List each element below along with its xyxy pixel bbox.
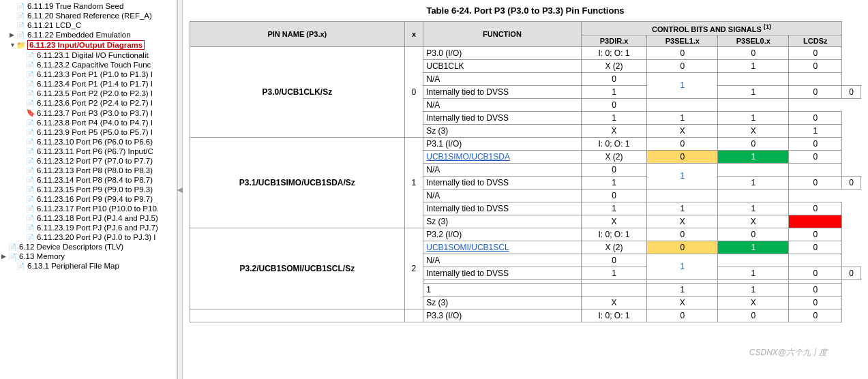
p3dir-cell: 0 [581,98,647,111]
th-p3sel1: P3SEL1.x [647,35,718,46]
item-icon-6.11.23.12: 📄 [26,157,35,165]
p3sel1-cell: 1 [647,72,718,98]
sidebar-item-6.11.23.3[interactable]: 📄6.11.23.3 Port P1 (P1.0 to P1.3) I [0,70,177,79]
p3dir-cell: I: 0; O: 1 [581,46,647,59]
item-icon-6.13: 📄 [8,253,18,260]
sidebar-item-6.13[interactable]: ▶📄6.13 Memory [0,252,177,261]
p3dir-cell: I: 0; O: 1 [581,137,647,150]
p3sel0-cell: X [718,124,789,137]
item-icon-6.11.23.11: 📄 [26,148,35,155]
function-cell: 1 [423,283,581,296]
sidebar-item-6.11.22[interactable]: ▶📄6.11.22 Embedded Emulation [0,30,177,40]
sidebar-item-6.11.23.14[interactable]: 📄6.11.23.14 Port P8 (P8.4 to P8.7) [0,175,177,185]
sidebar-item-6.11.23.7[interactable]: 🔖6.11.23.7 Port P3 (P3.0 to P3.7) I [0,108,177,118]
table-title: Table 6-24. Port P3 (P3.0 to P3.3) Pin F… [190,5,861,16]
item-icon-6.11.23.13: 📄 [26,167,35,175]
sidebar-item-6.11.23.16[interactable]: 📄6.11.23.16 Port P9 (P9.4 to P9.7) [0,194,177,204]
sidebar-item-6.13.1[interactable]: 📄6.13.1 Peripheral File Map [0,261,177,271]
sidebar-item-6.11.23[interactable]: ▼📁6.11.23 Input/Output Diagrams [0,40,177,50]
p3sel0-cell: 1 [718,111,789,124]
function-cell: N/A [423,254,581,267]
table-row: P3.3 (I/O)I: 0; O: 1000 [190,309,861,322]
sidebar-label-6.11.23.17: 6.11.23.17 Port P10 (P10.0 to P10. [37,204,159,213]
sidebar-item-6.11.23.17[interactable]: 📄6.11.23.17 Port P10 (P10.0 to P10. [0,204,177,213]
sidebar-label-6.11.23.4: 6.11.23.4 Port P1 (P1.4 to P1.7) I [37,80,153,88]
sidebar-label-6.11.22: 6.11.22 Embedded Emulation [27,31,131,39]
lcdsz-cell: 0 [789,283,842,296]
p3sel1-cell: 1 [647,111,718,124]
p3sel1-cell: X [647,215,718,228]
sidebar-item-6.11.20[interactable]: 📄6.11.20 Shared Reference (REF_A) [0,11,177,20]
sidebar-item-6.11.23.2[interactable]: 📄6.11.23.2 Capacitive Touch Func [0,60,177,70]
function-cell: Internally tied to DVSS [423,202,581,215]
sidebar-item-6.11.19[interactable]: 📄6.11.19 True Random Seed [0,1,177,11]
resize-handle[interactable]: ◄ [177,0,183,379]
sidebar-item-6.11.23.19[interactable]: 📄6.11.23.19 Port PJ (PJ.6 and PJ.7) [0,223,177,232]
sidebar-label-6.11.23.8: 6.11.23.8 Port P4 (P4.0 to P4.7) I [37,119,153,127]
sidebar-item-6.11.23.18[interactable]: 📄6.11.23.18 Port PJ (PJ.4 and PJ.5) [0,213,177,223]
expand-icon-6.11.22: ▶ [10,31,16,38]
sidebar-item-6.11.23.11[interactable]: 📄6.11.23.11 Port P6 (P6.7) Input/C [0,147,177,156]
sidebar-item-6.12[interactable]: 📄6.12 Device Descriptors (TLV) [0,242,177,252]
p3sel0-cell: 0 [718,137,789,150]
sidebar-item-6.11.23.12[interactable]: 📄6.11.23.12 Port P7 (P7.0 to P7.7) [0,156,177,166]
p3sel0-cell [647,98,718,111]
sidebar-label-6.11.23.14: 6.11.23.14 Port P8 (P8.4 to P8.7) [37,176,153,184]
sidebar-label-6.11.23.18: 6.11.23.18 Port PJ (PJ.4 and PJ.5) [37,214,158,222]
function-cell: Internally tied to DVSS [423,85,581,98]
item-icon-6.11.23.19: 📄 [26,224,35,232]
function-cell: Internally tied to DVSS [423,267,581,279]
th-x: x [404,22,423,47]
sidebar-item-6.11.23.20[interactable]: 📄6.11.23.20 Port PJ (PJ.0 to PJ.3) I [0,232,177,242]
sidebar-label-6.11.23.9: 6.11.23.9 Port P5 (P5.0 to P5.7) I [37,128,153,136]
lcdsz-cell: 0 [842,176,861,189]
p3dir-cell: I: 0; O: 1 [581,228,647,241]
sidebar-item-6.11.23.9[interactable]: 📄6.11.23.9 Port P5 (P5.0 to P5.7) I [0,127,177,137]
p3sel1-cell: 1 [718,267,789,279]
sidebar-item-6.11.23.13[interactable]: 📄6.11.23.13 Port P8 (P8.0 to P8.3) [0,166,177,175]
item-icon-6.11.23.14: 📄 [26,177,35,184]
sidebar-item-6.11.23.4[interactable]: 📄6.11.23.4 Port P1 (P1.4 to P1.7) I [0,79,177,89]
p3dir-cell: X [581,124,647,137]
sidebar-label-6.11.23.1: 6.11.23.1 Digital I/O Functionalit [37,51,149,59]
lcdsz-cell [789,163,842,176]
pin-name-cell [190,309,405,322]
sidebar-label-6.11.23.19: 6.11.23.19 Port PJ (PJ.6 and PJ.7) [37,224,158,232]
function-cell: Sz (3) [423,215,581,228]
sidebar-item-6.11.23.8[interactable]: 📄6.11.23.8 Port P4 (P4.0 to P4.7) I [0,118,177,127]
lcdsz-cell: 0 [789,46,842,59]
sidebar-item-6.11.23.6[interactable]: 📄6.11.23.6 Port P2 (P2.4 to P2.7) I [0,98,177,108]
p3dir-cell: 1 [581,176,647,189]
lcdsz-cell [789,254,842,267]
item-icon-6.12: 📄 [8,243,18,251]
table-row: P3.0/UCB1CLK/Sz0P3.0 (I/O)I: 0; O: 1000 [190,46,861,59]
item-icon-6.11.23.15: 📄 [26,186,35,194]
sidebar-item-6.11.23.15[interactable]: 📄6.11.23.15 Port P9 (P9.0 to P9.3) [0,185,177,194]
pin-name-cell: P3.2/UCB1SOMI/UCB1SCL/Sz [190,228,405,309]
p3dir-cell: X [581,215,647,228]
p3sel1-cell: 1 [647,283,718,296]
sidebar-label-6.11.21: 6.11.21 LCD_C [27,21,81,29]
lcdsz-cell [789,72,842,85]
p3sel0-cell: 0 [789,267,842,279]
lcdsz-cell [718,98,789,111]
sidebar-label-6.11.23.13: 6.11.23.13 Port P8 (P8.0 to P8.3) [37,166,153,175]
p3dir-cell: 1 [581,85,647,98]
sidebar-item-6.11.23.10[interactable]: 📄6.11.23.10 Port P6 (P6.0 to P6.6) [0,137,177,147]
sidebar-item-6.11.21[interactable]: 📄6.11.21 LCD_C [0,20,177,30]
sidebar-item-6.11.23.1[interactable]: 📄6.11.23.1 Digital I/O Functionalit [0,50,177,60]
item-icon-6.11.23.6: 📄 [26,100,35,107]
function-cell: N/A [423,189,581,202]
function-cell: UCB1CLK [423,59,581,72]
sidebar-item-6.11.23.5[interactable]: 📄6.11.23.5 Port P2 (P2.0 to P2.3) I [0,89,177,98]
lcdsz-cell: 0 [789,296,842,309]
p3sel0-cell [647,189,718,202]
p3sel0-cell [718,254,789,267]
lcdsz-cell [789,215,842,228]
th-function: FUNCTION [423,22,581,47]
th-p3sel0: P3SEL0.x [718,35,789,46]
expand-icon-6.11.23: ▼ [10,42,16,48]
item-icon-6.11.23.18: 📄 [26,215,35,222]
p3sel0-cell: 0 [789,176,842,189]
function-cell: N/A [423,98,581,111]
